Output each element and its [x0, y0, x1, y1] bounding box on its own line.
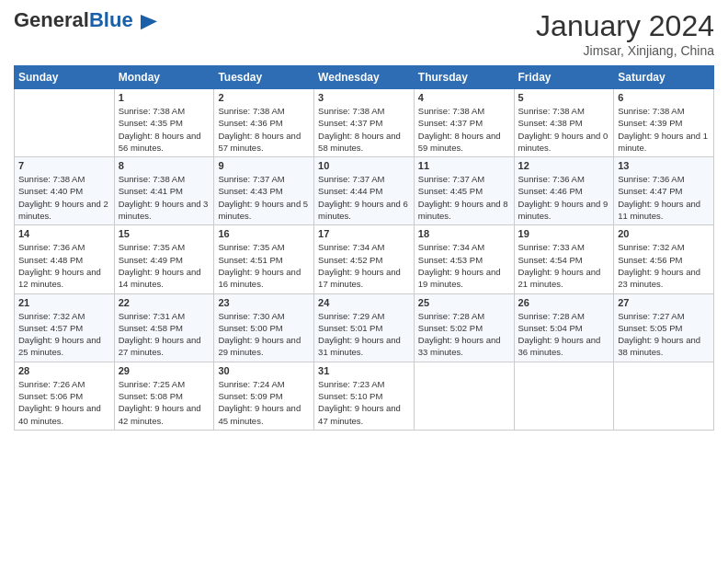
weekday-header-thursday: Thursday	[414, 66, 514, 89]
day-info: Sunrise: 7:28 AMSunset: 5:04 PMDaylight:…	[518, 310, 610, 359]
week-row-2: 7Sunrise: 7:38 AMSunset: 4:40 PMDaylight…	[15, 157, 714, 225]
day-info: Sunrise: 7:36 AMSunset: 4:48 PMDaylight:…	[18, 241, 110, 290]
day-info: Sunrise: 7:34 AMSunset: 4:52 PMDaylight:…	[318, 241, 410, 290]
day-number: 8	[119, 160, 210, 171]
day-number: 23	[218, 297, 310, 308]
calendar-cell: 8Sunrise: 7:38 AMSunset: 4:41 PMDaylight…	[114, 157, 214, 225]
calendar-cell	[414, 362, 514, 430]
week-row-4: 21Sunrise: 7:32 AMSunset: 4:57 PMDayligh…	[15, 293, 714, 362]
logo-general-text: General	[14, 8, 89, 31]
calendar-cell: 14Sunrise: 7:36 AMSunset: 4:48 PMDayligh…	[15, 225, 115, 293]
day-info: Sunrise: 7:33 AMSunset: 4:54 PMDaylight:…	[518, 241, 610, 290]
month-title: January 2024	[536, 9, 714, 43]
calendar-cell	[614, 362, 714, 430]
day-info: Sunrise: 7:38 AMSunset: 4:36 PMDaylight:…	[218, 105, 310, 154]
calendar-cell: 26Sunrise: 7:28 AMSunset: 5:04 PMDayligh…	[514, 293, 614, 362]
calendar-cell: 19Sunrise: 7:33 AMSunset: 4:54 PMDayligh…	[514, 225, 614, 293]
day-number: 1	[119, 92, 210, 103]
header: GeneralBlue January 2024 Jimsar, Xinjian…	[14, 9, 714, 58]
day-info: Sunrise: 7:25 AMSunset: 5:08 PMDaylight:…	[119, 378, 210, 427]
weekday-header-wednesday: Wednesday	[314, 66, 415, 89]
day-number: 24	[318, 297, 410, 308]
calendar-cell: 4Sunrise: 7:38 AMSunset: 4:37 PMDaylight…	[414, 89, 514, 157]
day-number: 15	[119, 228, 210, 239]
day-info: Sunrise: 7:35 AMSunset: 4:51 PMDaylight:…	[218, 241, 310, 290]
day-number: 6	[618, 92, 710, 103]
day-number: 11	[418, 160, 510, 171]
weekday-header-row: SundayMondayTuesdayWednesdayThursdayFrid…	[15, 66, 714, 89]
weekday-header-monday: Monday	[114, 66, 214, 89]
day-number: 7	[18, 160, 110, 171]
day-info: Sunrise: 7:26 AMSunset: 5:06 PMDaylight:…	[18, 378, 110, 427]
calendar-cell: 18Sunrise: 7:34 AMSunset: 4:53 PMDayligh…	[414, 225, 514, 293]
calendar-cell: 16Sunrise: 7:35 AMSunset: 4:51 PMDayligh…	[214, 225, 314, 293]
day-info: Sunrise: 7:35 AMSunset: 4:49 PMDaylight:…	[119, 241, 210, 290]
calendar-cell: 29Sunrise: 7:25 AMSunset: 5:08 PMDayligh…	[114, 362, 214, 430]
day-info: Sunrise: 7:32 AMSunset: 4:56 PMDaylight:…	[618, 241, 710, 290]
day-info: Sunrise: 7:34 AMSunset: 4:53 PMDaylight:…	[418, 241, 510, 290]
day-number: 2	[218, 92, 310, 103]
logo-blue-text: Blue	[89, 8, 133, 31]
day-number: 14	[18, 228, 110, 239]
calendar-cell: 3Sunrise: 7:38 AMSunset: 4:37 PMDaylight…	[314, 89, 415, 157]
svg-marker-0	[141, 15, 157, 29]
day-info: Sunrise: 7:38 AMSunset: 4:41 PMDaylight:…	[119, 173, 210, 222]
calendar-cell: 22Sunrise: 7:31 AMSunset: 4:58 PMDayligh…	[114, 293, 214, 362]
calendar-cell: 6Sunrise: 7:38 AMSunset: 4:39 PMDaylight…	[614, 89, 714, 157]
day-info: Sunrise: 7:38 AMSunset: 4:38 PMDaylight:…	[518, 105, 610, 154]
week-row-3: 14Sunrise: 7:36 AMSunset: 4:48 PMDayligh…	[15, 225, 714, 293]
calendar-cell: 17Sunrise: 7:34 AMSunset: 4:52 PMDayligh…	[314, 225, 415, 293]
day-number: 22	[119, 297, 210, 308]
week-row-5: 28Sunrise: 7:26 AMSunset: 5:06 PMDayligh…	[15, 362, 714, 430]
weekday-header-friday: Friday	[514, 66, 614, 89]
day-number: 3	[318, 92, 410, 103]
day-info: Sunrise: 7:30 AMSunset: 5:00 PMDaylight:…	[218, 310, 310, 359]
day-info: Sunrise: 7:31 AMSunset: 4:58 PMDaylight:…	[119, 310, 210, 359]
day-number: 9	[218, 160, 310, 171]
calendar-cell: 2Sunrise: 7:38 AMSunset: 4:36 PMDaylight…	[214, 89, 314, 157]
title-block: January 2024 Jimsar, Xinjiang, China	[536, 9, 714, 58]
calendar-cell: 7Sunrise: 7:38 AMSunset: 4:40 PMDaylight…	[15, 157, 115, 225]
calendar-cell: 27Sunrise: 7:27 AMSunset: 5:05 PMDayligh…	[614, 293, 714, 362]
calendar-cell: 21Sunrise: 7:32 AMSunset: 4:57 PMDayligh…	[15, 293, 115, 362]
day-info: Sunrise: 7:38 AMSunset: 4:39 PMDaylight:…	[618, 105, 710, 154]
week-row-1: 1Sunrise: 7:38 AMSunset: 4:35 PMDaylight…	[15, 89, 714, 157]
day-info: Sunrise: 7:38 AMSunset: 4:40 PMDaylight:…	[18, 173, 110, 222]
day-info: Sunrise: 7:32 AMSunset: 4:57 PMDaylight:…	[18, 310, 110, 359]
calendar-cell: 5Sunrise: 7:38 AMSunset: 4:38 PMDaylight…	[514, 89, 614, 157]
logo: GeneralBlue	[14, 9, 157, 31]
calendar-cell: 25Sunrise: 7:28 AMSunset: 5:02 PMDayligh…	[414, 293, 514, 362]
day-info: Sunrise: 7:37 AMSunset: 4:45 PMDaylight:…	[418, 173, 510, 222]
day-info: Sunrise: 7:37 AMSunset: 4:43 PMDaylight:…	[218, 173, 310, 222]
calendar-cell: 31Sunrise: 7:23 AMSunset: 5:10 PMDayligh…	[314, 362, 415, 430]
weekday-header-tuesday: Tuesday	[214, 66, 314, 89]
day-number: 17	[318, 228, 410, 239]
day-info: Sunrise: 7:38 AMSunset: 4:37 PMDaylight:…	[318, 105, 410, 154]
day-number: 27	[618, 297, 710, 308]
calendar-cell: 10Sunrise: 7:37 AMSunset: 4:44 PMDayligh…	[314, 157, 415, 225]
logo-icon	[141, 15, 157, 31]
calendar-cell: 11Sunrise: 7:37 AMSunset: 4:45 PMDayligh…	[414, 157, 514, 225]
day-number: 31	[318, 365, 410, 376]
day-number: 26	[518, 297, 610, 308]
day-number: 20	[618, 228, 710, 239]
day-number: 13	[618, 160, 710, 171]
day-info: Sunrise: 7:36 AMSunset: 4:47 PMDaylight:…	[618, 173, 710, 222]
calendar-cell: 20Sunrise: 7:32 AMSunset: 4:56 PMDayligh…	[614, 225, 714, 293]
day-number: 16	[218, 228, 310, 239]
day-number: 28	[18, 365, 110, 376]
day-number: 30	[218, 365, 310, 376]
day-info: Sunrise: 7:24 AMSunset: 5:09 PMDaylight:…	[218, 378, 310, 427]
day-number: 12	[518, 160, 610, 171]
day-info: Sunrise: 7:23 AMSunset: 5:10 PMDaylight:…	[318, 378, 410, 427]
day-number: 10	[318, 160, 410, 171]
page-container: GeneralBlue January 2024 Jimsar, Xinjian…	[0, 0, 728, 440]
day-number: 21	[18, 297, 110, 308]
day-number: 5	[518, 92, 610, 103]
day-info: Sunrise: 7:38 AMSunset: 4:37 PMDaylight:…	[418, 105, 510, 154]
day-info: Sunrise: 7:38 AMSunset: 4:35 PMDaylight:…	[119, 105, 210, 154]
weekday-header-saturday: Saturday	[614, 66, 714, 89]
calendar-cell: 24Sunrise: 7:29 AMSunset: 5:01 PMDayligh…	[314, 293, 415, 362]
day-number: 4	[418, 92, 510, 103]
location: Jimsar, Xinjiang, China	[536, 43, 714, 58]
